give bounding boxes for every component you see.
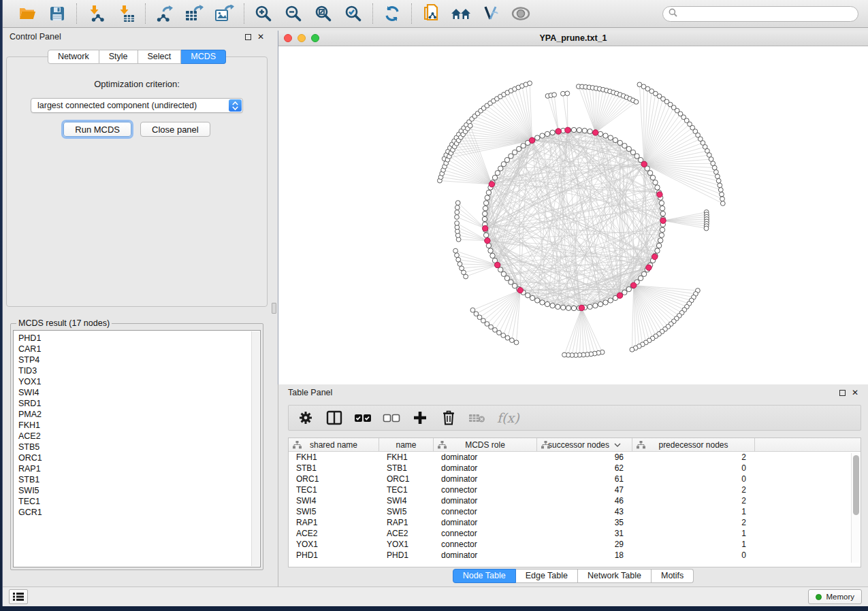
table-header-row: shared namenameMCDS rolesuccessor nodesp…	[289, 438, 861, 452]
network-view-canvas[interactable]	[278, 46, 868, 384]
add-column-icon[interactable]	[411, 409, 429, 427]
tab-select[interactable]: Select	[138, 50, 182, 64]
mcds-result-node[interactable]: TEC1	[18, 496, 260, 507]
table-row[interactable]: ACE2ACE2connector311	[289, 528, 861, 539]
cell-predecessor_nodes: 0	[632, 550, 755, 560]
table-tab-motifs[interactable]: Motifs	[652, 569, 694, 583]
column-selector-icon[interactable]	[325, 409, 343, 427]
table-tab-network-table[interactable]: Network Table	[578, 569, 652, 583]
selected-criterion: largest connected component (undirected)	[31, 101, 229, 110]
table-row[interactable]: PHD1PHD1dominator180	[289, 550, 861, 561]
cell-shared_name: PHD1	[289, 550, 379, 560]
tab-network[interactable]: Network	[48, 50, 99, 64]
delete-table-icon[interactable]	[468, 409, 486, 427]
share-network-icon[interactable]	[421, 3, 441, 24]
table-row[interactable]: ORC1ORC1dominator610	[289, 474, 861, 484]
mcds-result-list[interactable]: PHD1CAR1STP4TID3YOX1SWI4SRD1PMA2FKH1ACE2…	[13, 330, 261, 567]
column-header-shared-name[interactable]: shared name	[289, 438, 379, 451]
close-panel-icon[interactable]: ✕	[257, 34, 264, 40]
export-table-icon[interactable]	[184, 3, 205, 24]
close-table-panel-icon[interactable]: ✕	[852, 390, 858, 396]
mcds-result-node[interactable]: ORC1	[18, 452, 260, 463]
panel-splitter[interactable]	[271, 28, 278, 587]
mcds-result-node[interactable]: PHD1	[18, 333, 260, 344]
mcds-result-node[interactable]: SWI5	[18, 485, 260, 496]
table-row[interactable]: SWI4SWI4dominator462	[289, 495, 861, 506]
table-row[interactable]: FKH1FKH1dominator962	[289, 452, 861, 463]
cell-shared_name: SWI4	[289, 496, 379, 506]
table-scrollbar-thumb[interactable]	[853, 455, 859, 515]
export-image-icon[interactable]	[214, 3, 235, 24]
cell-predecessor_nodes: 0	[632, 474, 755, 484]
table-tab-edge-table[interactable]: Edge Table	[516, 569, 578, 583]
refresh-icon[interactable]	[382, 3, 402, 24]
mcds-result-items: PHD1CAR1STP4TID3YOX1SWI4SRD1PMA2FKH1ACE2…	[18, 333, 260, 518]
mcds-result-node[interactable]: CAR1	[18, 344, 260, 354]
zoom-in-icon[interactable]	[253, 3, 274, 24]
result-list-scrollbar[interactable]	[251, 331, 259, 566]
tab-style[interactable]: Style	[99, 50, 138, 64]
mcds-result-node[interactable]: SWI4	[18, 387, 260, 398]
float-table-panel-icon[interactable]	[839, 390, 846, 396]
cell-mcds_role: dominator	[434, 550, 537, 560]
save-session-icon[interactable]	[47, 3, 67, 24]
network-window-titlebar[interactable]: YPA_prune.txt_1	[278, 31, 868, 46]
mcds-result-node[interactable]: STB5	[18, 442, 260, 452]
splitter-handle-icon[interactable]	[272, 303, 276, 314]
mcds-result-node[interactable]: TID3	[18, 365, 260, 376]
table-row[interactable]: RAP1RAP1dominator352	[289, 517, 861, 528]
cell-predecessor_nodes: 2	[632, 496, 755, 506]
mcds-result-node[interactable]: STB1	[18, 474, 260, 485]
table-row[interactable]: STB1STB1dominator620	[289, 463, 861, 474]
delete-column-icon[interactable]	[440, 409, 457, 427]
float-panel-icon[interactable]	[245, 34, 251, 40]
table-tab-node-table[interactable]: Node Table	[453, 569, 516, 583]
search-box[interactable]	[662, 6, 858, 22]
column-header-name[interactable]: name	[379, 438, 434, 451]
cell-mcds_role: connector	[434, 485, 537, 495]
vizmapper-icon[interactable]	[481, 3, 501, 24]
column-header-successor-nodes[interactable]: successor nodes	[537, 438, 632, 451]
optimization-criterion-select[interactable]: largest connected component (undirected)	[31, 98, 243, 113]
show-graphics-details-icon[interactable]	[511, 3, 531, 24]
cell-name: RAP1	[379, 518, 434, 527]
run-mcds-button[interactable]: Run MCDS	[63, 122, 131, 137]
cell-mcds_role: dominator	[434, 496, 537, 506]
mcds-result-node[interactable]: SRD1	[18, 398, 260, 409]
zoom-out-icon[interactable]	[283, 3, 304, 24]
column-header-MCDS-role[interactable]: MCDS role	[434, 438, 537, 451]
import-network-icon[interactable]	[86, 3, 106, 24]
function-builder-icon[interactable]: f(x)	[497, 410, 519, 425]
column-header-predecessor-nodes[interactable]: predecessor nodes	[632, 438, 755, 451]
memory-button[interactable]: Memory	[808, 589, 862, 604]
select-all-icon[interactable]	[354, 409, 372, 427]
show-task-history-button[interactable]	[9, 589, 28, 604]
table-row[interactable]: SWI5SWI5connector431	[289, 506, 861, 517]
table-settings-icon[interactable]	[297, 409, 315, 427]
cell-successor_nodes: 96	[537, 452, 632, 462]
mcds-result-node[interactable]: YOX1	[18, 376, 260, 387]
table-row[interactable]: TEC1TEC1connector472	[289, 484, 861, 495]
table-scrollbar[interactable]	[851, 453, 860, 563]
cell-shared_name: YOX1	[289, 540, 379, 549]
mcds-result-node[interactable]: ACE2	[18, 431, 260, 442]
control-panel: Control Panel ✕ NetworkStyleSelectMCDS O…	[3, 28, 271, 587]
zoom-selected-icon[interactable]	[343, 3, 364, 24]
mcds-result-node[interactable]: STP4	[18, 354, 260, 365]
mcds-result-node[interactable]: GCR1	[18, 507, 260, 518]
close-panel-button[interactable]: Close panel	[140, 122, 210, 137]
table-row[interactable]: YOX1YOX1connector291	[289, 539, 861, 550]
network-manager-icon[interactable]	[451, 3, 471, 24]
tab-mcds[interactable]: MCDS	[181, 50, 226, 64]
import-table-icon[interactable]	[116, 3, 136, 24]
cell-name: FKH1	[379, 452, 434, 462]
open-file-icon[interactable]	[17, 3, 37, 24]
cell-mcds_role: dominator	[434, 463, 537, 473]
zoom-fit-icon[interactable]	[313, 3, 334, 24]
deselect-all-icon[interactable]	[383, 409, 400, 427]
mcds-result-node[interactable]: RAP1	[18, 463, 260, 474]
export-network-icon[interactable]	[155, 3, 175, 24]
search-input[interactable]	[681, 9, 852, 18]
mcds-result-node[interactable]: FKH1	[18, 420, 260, 431]
mcds-result-node[interactable]: PMA2	[18, 409, 260, 420]
